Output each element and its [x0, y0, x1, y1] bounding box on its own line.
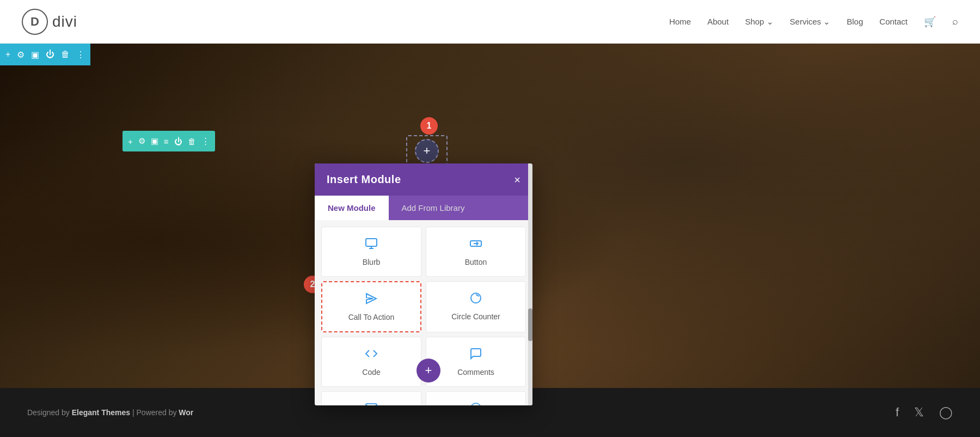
svg-point-4 [471, 293, 481, 303]
module-comments[interactable]: Comments [426, 337, 526, 387]
svg-point-5 [471, 403, 481, 405]
modal-header: Insert Module × [315, 163, 532, 196]
row-power-icon[interactable]: ⏻ [174, 137, 182, 146]
svg-marker-3 [366, 294, 376, 304]
button-label: Button [465, 258, 487, 266]
page-content: + ⚙ ▣ ⏻ 🗑 ⋮ + ⚙ ▣ ≡ ⏻ 🗑 ⋮ 1 + 2 [0, 0, 980, 437]
hero-section: + ⚙ ▣ ⏻ 🗑 ⋮ + ⚙ ▣ ≡ ⏻ 🗑 ⋮ 1 + 2 [0, 44, 980, 437]
comments-label: Comments [457, 368, 494, 377]
section-delete-icon[interactable]: 🗑 [61, 50, 70, 59]
logo-circle: D [22, 9, 48, 35]
blurb-label: Blurb [363, 258, 381, 266]
nav-item-shop[interactable]: Shop ⌄ [745, 17, 773, 27]
module-code[interactable]: Code [321, 337, 421, 387]
contact-form-icon [365, 402, 378, 405]
section-power-icon[interactable]: ⏻ [46, 50, 54, 59]
module-button[interactable]: Button [426, 227, 526, 277]
row-more-icon[interactable]: ⋮ [201, 136, 210, 146]
nav-item-blog[interactable]: Blog [847, 17, 863, 26]
elegant-themes-link[interactable]: Elegant Themes [72, 408, 130, 417]
bottom-add-icon: + [425, 363, 432, 378]
module-contact-form[interactable]: Contact Form [321, 391, 421, 405]
count-up-icon [469, 402, 482, 405]
site-header: D divi Home About Shop ⌄ Services ⌄ Blog… [0, 0, 980, 44]
cta-icon [365, 292, 378, 308]
nav-item-about[interactable]: About [707, 17, 728, 26]
section-more-icon[interactable]: ⋮ [76, 50, 85, 60]
svg-rect-0 [366, 239, 377, 246]
module-circle-counter[interactable]: Circle Counter [426, 281, 526, 332]
footer-socials: f 𝕏 ◯ [896, 405, 953, 420]
modal-tabs: New Module Add From Library [315, 196, 532, 220]
circle-counter-label: Circle Counter [451, 312, 500, 321]
twitter-icon[interactable]: 𝕏 [914, 405, 924, 420]
row-toolbar[interactable]: + ⚙ ▣ ≡ ⏻ 🗑 ⋮ [122, 131, 215, 151]
tab-new-module[interactable]: New Module [315, 196, 389, 220]
code-label: Code [362, 368, 380, 377]
row-add-icon[interactable]: + [128, 137, 133, 146]
search-icon[interactable]: ⌕ [952, 16, 958, 27]
section-settings-icon[interactable]: ⚙ [17, 50, 24, 60]
comments-icon [469, 347, 482, 363]
main-nav: Home About Shop ⌄ Services ⌄ Blog Contac… [669, 16, 958, 28]
section-layout-icon[interactable]: ▣ [31, 50, 39, 60]
module-count-up[interactable]: Count Up [426, 391, 526, 405]
modal-scrollbar-thumb [528, 308, 532, 341]
step-badge-1: 1 [420, 117, 438, 135]
code-icon [365, 347, 378, 363]
tab-add-from-library[interactable]: Add From Library [389, 196, 478, 220]
logo[interactable]: D divi [22, 9, 77, 35]
nav-item-home[interactable]: Home [669, 17, 691, 26]
module-blurb[interactable]: Blurb [321, 227, 421, 277]
cart-icon[interactable]: 🛒 [924, 16, 936, 28]
section-add-icon[interactable]: + [5, 50, 10, 59]
add-module-button[interactable]: + [415, 139, 439, 163]
row-layout-icon[interactable]: ▣ [151, 136, 158, 146]
section-toolbar[interactable]: + ⚙ ▣ ⏻ 🗑 ⋮ [0, 44, 90, 65]
nav-item-contact[interactable]: Contact [879, 17, 908, 26]
modal-title: Insert Module [327, 173, 401, 186]
logo-name: divi [52, 13, 77, 31]
blurb-icon [365, 237, 378, 253]
row-delete-icon[interactable]: 🗑 [188, 137, 196, 146]
module-call-to-action[interactable]: Call To Action [321, 281, 421, 332]
bottom-add-button[interactable]: + [416, 359, 440, 383]
footer-credit: Designed by Elegant Themes | Powered by … [27, 408, 193, 417]
modal-scrollbar[interactable] [528, 163, 532, 405]
row-columns-icon[interactable]: ≡ [164, 137, 169, 146]
add-icon: + [424, 144, 431, 158]
facebook-icon[interactable]: f [896, 405, 899, 420]
circle-counter-icon [469, 292, 482, 308]
modal-close-button[interactable]: × [514, 174, 520, 185]
row-settings-icon[interactable]: ⚙ [138, 136, 145, 146]
nav-item-services[interactable]: Services ⌄ [790, 17, 831, 27]
wordpress-link[interactable]: Wor [179, 408, 193, 417]
button-icon [469, 237, 482, 253]
instagram-icon[interactable]: ◯ [939, 405, 953, 420]
cta-label: Call To Action [348, 313, 395, 321]
